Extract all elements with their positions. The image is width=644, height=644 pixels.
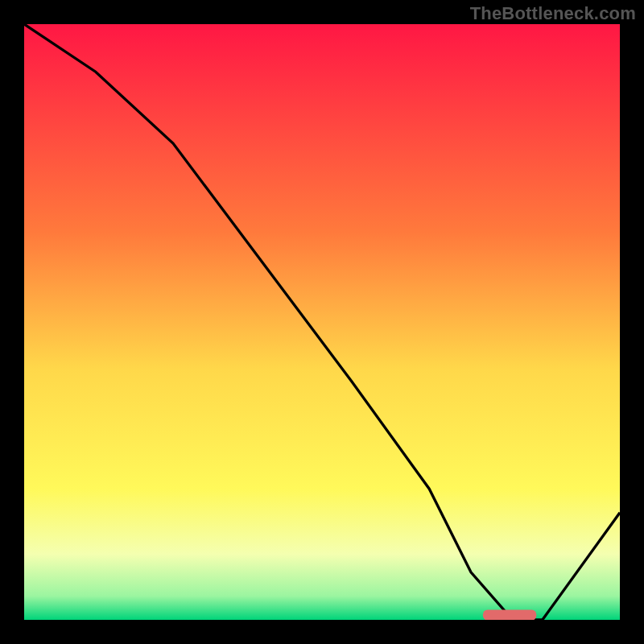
- chart-container: TheBottleneck.com: [0, 0, 644, 644]
- gradient-background: [24, 24, 620, 620]
- plot-area: [24, 24, 620, 620]
- optimal-range-marker: [483, 609, 537, 620]
- chart-svg: [24, 24, 620, 620]
- watermark-text: TheBottleneck.com: [470, 3, 636, 24]
